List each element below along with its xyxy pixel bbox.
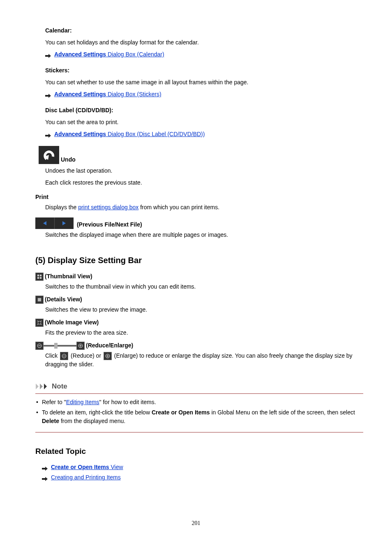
thumbnail-view-text: Switches to the thumbnail view in which … bbox=[45, 282, 363, 291]
svg-rect-0 bbox=[37, 274, 39, 276]
arrow-right-icon bbox=[45, 52, 51, 57]
advanced-settings-stickers-link[interactable]: Advanced Settings Dialog Box (Stickers) bbox=[54, 90, 161, 99]
disc-label-heading: Disc Label (CD/DVD/BD): bbox=[45, 106, 363, 115]
note-block: Note Refer to "Editing Items" for how to… bbox=[35, 381, 363, 432]
next-file-icon bbox=[55, 217, 74, 229]
reduce-icon bbox=[35, 342, 44, 350]
reduce-enlarge-text: Click (Reduce) or (Enlarge) to reduce or… bbox=[45, 352, 363, 369]
svg-rect-1 bbox=[40, 274, 42, 276]
prev-next-text: Switches the displayed image when there … bbox=[45, 231, 363, 239]
arrow-right-icon bbox=[42, 465, 48, 470]
undo-label: Undo bbox=[61, 155, 76, 164]
whole-image-view-text: Fits the preview to the area size. bbox=[45, 328, 363, 337]
prev-next-buttons bbox=[35, 217, 74, 229]
zoom-slider bbox=[35, 342, 85, 350]
note-chevrons-icon bbox=[35, 383, 50, 390]
creating-and-printing-items-link[interactable]: Creating and Printing Items bbox=[51, 473, 121, 482]
stickers-heading: Stickers: bbox=[45, 66, 363, 75]
calendar-text: You can set holidays and the display for… bbox=[45, 38, 363, 47]
advanced-settings-disc-label-link[interactable]: Advanced Settings Dialog Box (Disc Label… bbox=[54, 130, 205, 139]
calendar-advanced-link-row: Advanced Settings Dialog Box (Calendar) bbox=[45, 50, 363, 59]
note-item-2: To delete an item, right-click the title… bbox=[35, 408, 363, 426]
svg-rect-3 bbox=[40, 277, 42, 278]
reduce-enlarge-label: (Reduce/Enlarge) bbox=[86, 341, 133, 350]
enlarge-inline-icon bbox=[104, 352, 112, 360]
arrow-right-icon bbox=[42, 475, 48, 480]
undo-text-2: Each click restores the previous state. bbox=[45, 178, 363, 187]
whole-image-view-label: (Whole Image View) bbox=[45, 318, 99, 327]
section-5-title: (5) Display Size Setting Bar bbox=[35, 254, 363, 266]
svg-rect-5 bbox=[38, 321, 41, 324]
previous-file-icon bbox=[35, 217, 55, 229]
stickers-text: You can set whether to use the same imag… bbox=[45, 78, 363, 87]
print-text: Displays the print settings dialog box f… bbox=[45, 203, 363, 212]
print-label: Print bbox=[35, 193, 363, 201]
details-view-text: Switches the view to preview the image. bbox=[45, 305, 363, 314]
related-topic-title: Related Topic bbox=[35, 446, 363, 458]
create-or-open-items-link[interactable]: Create or Open Items View bbox=[51, 463, 123, 472]
stickers-advanced-link-row: Advanced Settings Dialog Box (Stickers) bbox=[45, 90, 363, 99]
disc-label-text: You can set the area to print. bbox=[45, 118, 363, 127]
details-view-label: (Details View) bbox=[45, 295, 82, 304]
arrow-right-icon bbox=[45, 92, 51, 97]
arrow-right-icon bbox=[45, 132, 51, 137]
whole-image-view-icon bbox=[35, 319, 44, 327]
svg-rect-2 bbox=[37, 277, 39, 278]
undo-text-1: Undoes the last operation. bbox=[45, 166, 363, 175]
thumbnail-view-icon bbox=[35, 273, 44, 281]
undo-icon bbox=[39, 146, 59, 164]
svg-rect-4 bbox=[38, 298, 42, 301]
editing-items-link[interactable]: Editing Items bbox=[66, 399, 99, 405]
print-settings-link[interactable]: print settings dialog box bbox=[78, 204, 138, 210]
enlarge-icon bbox=[76, 342, 85, 350]
disc-label-advanced-link-row: Advanced Settings Dialog Box (Disc Label… bbox=[45, 130, 363, 139]
details-view-icon bbox=[35, 296, 44, 304]
prev-next-label: (Previous File/Next File) bbox=[77, 221, 142, 228]
thumbnail-view-label: (Thumbnail View) bbox=[45, 272, 92, 281]
calendar-heading: Calendar: bbox=[45, 26, 363, 35]
note-title: Note bbox=[52, 381, 67, 392]
note-item-1: Refer to "Editing Items" for how to edit… bbox=[35, 398, 363, 407]
reduce-inline-icon bbox=[60, 352, 68, 360]
page-number: 201 bbox=[29, 519, 363, 527]
advanced-settings-calendar-link[interactable]: Advanced Settings Dialog Box (Calendar) bbox=[54, 50, 164, 59]
